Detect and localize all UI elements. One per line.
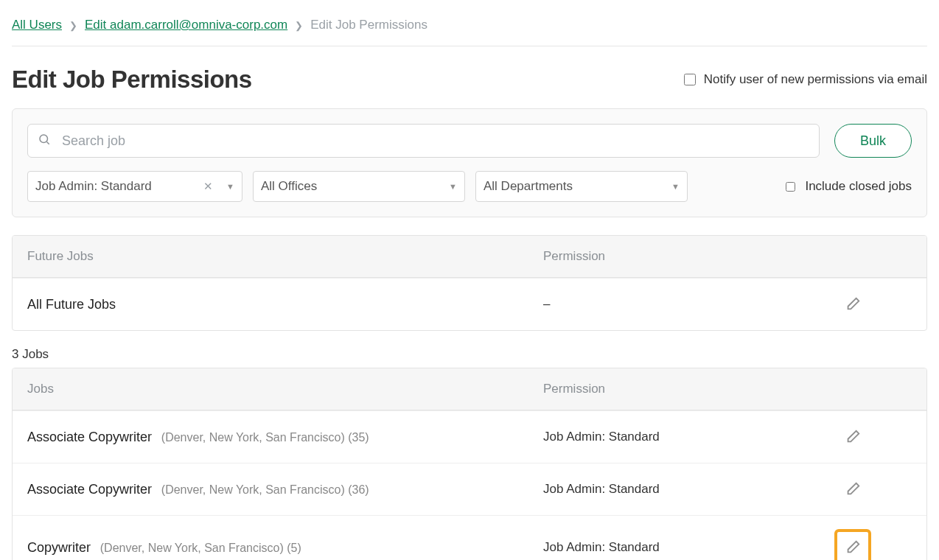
svg-point-0 <box>40 135 48 143</box>
edit-job-button[interactable] <box>840 424 865 449</box>
job-meta: (Denver, New York, San Francisco) (36) <box>161 483 369 496</box>
future-job-name: All Future Jobs <box>27 297 116 312</box>
job-name: Associate Copywriter <box>27 430 152 444</box>
search-icon <box>38 133 51 149</box>
include-closed-label[interactable]: Include closed jobs <box>783 179 912 194</box>
filter-departments[interactable]: All Departments ▼ <box>475 171 688 202</box>
include-closed-text: Include closed jobs <box>805 179 912 194</box>
job-perm: Job Admin: Standard <box>528 469 779 510</box>
edit-future-button[interactable] <box>840 292 865 317</box>
filter-admin-type-value: Job Admin: Standard <box>35 179 193 194</box>
chevron-down-icon: ▼ <box>671 182 680 191</box>
filter-offices[interactable]: All Offices ▼ <box>253 171 465 202</box>
job-perm: Job Admin: Standard <box>528 527 779 560</box>
notify-checkbox-label[interactable]: Notify user of new permissions via email <box>681 71 927 88</box>
breadcrumb-all-users[interactable]: All Users <box>12 18 62 32</box>
jobs-count: 3 Jobs <box>12 347 927 362</box>
job-meta: (Denver, New York, San Francisco) (5) <box>100 542 301 554</box>
bulk-button[interactable]: Bulk <box>834 124 912 158</box>
breadcrumb-edit-user[interactable]: Edit adam.carroll@omniva-corp.com <box>85 18 287 32</box>
future-job-perm: – <box>528 284 779 325</box>
search-input[interactable] <box>27 124 820 158</box>
jobs-table: Jobs Permission Associate Copywriter (De… <box>12 368 927 560</box>
svg-line-1 <box>46 141 49 144</box>
chevron-right-icon: ❯ <box>69 20 77 31</box>
table-row: Associate Copywriter (Denver, New York, … <box>13 463 926 515</box>
job-name: Associate Copywriter <box>27 482 152 497</box>
pencil-icon <box>845 539 861 556</box>
clear-icon[interactable]: ✕ <box>203 180 213 193</box>
chevron-down-icon: ▼ <box>226 182 234 191</box>
pencil-icon <box>845 429 861 445</box>
breadcrumb-current: Edit Job Permissions <box>310 18 427 32</box>
job-meta: (Denver, New York, San Francisco) (35) <box>161 431 369 444</box>
chevron-down-icon: ▼ <box>449 182 457 191</box>
filter-offices-value: All Offices <box>261 179 441 194</box>
job-name: Copywriter <box>27 540 91 555</box>
pencil-icon <box>845 296 861 312</box>
include-closed-checkbox[interactable] <box>786 182 795 192</box>
filter-panel: Bulk Job Admin: Standard ✕ ▼ All Offices… <box>12 108 927 217</box>
filter-departments-value: All Departments <box>484 179 664 194</box>
edit-job-button[interactable] <box>840 477 865 502</box>
chevron-right-icon: ❯ <box>295 20 303 31</box>
search-wrap <box>27 124 820 158</box>
jobs-header-perm: Permission <box>528 368 779 410</box>
breadcrumb: All Users ❯ Edit adam.carroll@omniva-cor… <box>12 12 927 46</box>
edit-job-button[interactable] <box>840 535 865 560</box>
table-row: Copywriter (Denver, New York, San Franci… <box>13 515 926 560</box>
job-perm: Job Admin: Standard <box>528 416 779 458</box>
future-jobs-table: Future Jobs Permission All Future Jobs – <box>12 235 927 331</box>
notify-checkbox[interactable] <box>684 74 696 85</box>
future-jobs-row: All Future Jobs – <box>13 278 926 330</box>
jobs-header-jobs: Jobs <box>13 368 528 410</box>
future-header-jobs: Future Jobs <box>13 236 528 277</box>
table-row: Associate Copywriter (Denver, New York, … <box>13 410 926 463</box>
notify-label-text: Notify user of new permissions via email <box>704 72 927 87</box>
page-title: Edit Job Permissions <box>12 66 252 94</box>
pencil-icon <box>845 481 861 497</box>
highlight-box <box>834 529 871 560</box>
filter-admin-type[interactable]: Job Admin: Standard ✕ ▼ <box>27 171 242 202</box>
future-header-perm: Permission <box>528 236 779 277</box>
